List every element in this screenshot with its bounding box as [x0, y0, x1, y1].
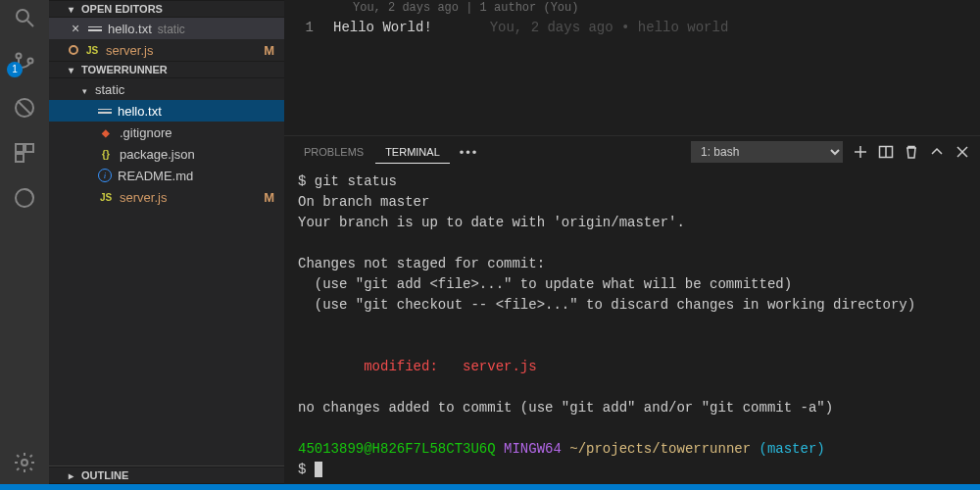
file-label: README.md [118, 169, 276, 183]
extensions-icon[interactable] [13, 141, 36, 165]
svg-point-2 [17, 54, 22, 59]
file-row[interactable]: hello.txt [49, 100, 284, 122]
file-label: .gitignore [120, 125, 276, 140]
file-row[interactable]: JS server.js M [49, 186, 284, 208]
editor[interactable]: You, 2 days ago | 1 author (You) 1 Hello… [284, 0, 980, 135]
terminal-cursor [315, 462, 322, 477]
section-outline[interactable]: OUTLINE [49, 466, 284, 484]
modified-dot-icon [69, 45, 78, 55]
folder-row[interactable]: static [49, 78, 284, 100]
js-file-icon: JS [84, 45, 100, 56]
info-file-icon: i [98, 169, 112, 182]
file-row[interactable]: i README.md [49, 165, 284, 186]
section-project[interactable]: TOWERRUNNER [49, 61, 284, 78]
panel-overflow-icon[interactable]: ••• [452, 141, 487, 164]
terminal-select[interactable]: 1: bash [691, 141, 843, 163]
source-control-icon[interactable]: 1 [13, 51, 36, 74]
editor-line[interactable]: 1 Hello World! You, 2 days ago • hello w… [284, 18, 980, 37]
gitlens-icon[interactable] [13, 186, 36, 210]
kill-terminal-icon[interactable] [904, 144, 919, 160]
debug-icon[interactable] [13, 96, 36, 120]
panel: PROBLEMS TERMINAL ••• 1: bash $ git stat… [284, 135, 980, 484]
js-file-icon: JS [98, 192, 114, 203]
file-label: package.json [120, 147, 276, 162]
chevron-down-icon [82, 82, 89, 97]
terminal-output[interactable]: $ git status On branch master Your branc… [284, 168, 980, 484]
file-label: hello.txtstatic [108, 22, 276, 36]
file-label: server.js [120, 190, 276, 205]
file-row[interactable]: ◆ .gitignore [49, 122, 284, 143]
close-icon[interactable]: × [69, 21, 82, 36]
status-bar[interactable] [0, 484, 980, 490]
text-file-icon [88, 24, 102, 33]
split-terminal-icon[interactable] [878, 144, 894, 160]
svg-point-0 [17, 10, 28, 22]
json-file-icon: {} [98, 149, 114, 160]
svg-line-6 [18, 101, 31, 115]
folder-label: static [95, 82, 276, 97]
file-row[interactable]: {} package.json [49, 143, 284, 165]
open-editor-row[interactable]: × hello.txtstatic [49, 18, 284, 39]
tab-terminal[interactable]: TERMINAL [375, 141, 450, 164]
code-text: Hello World! [333, 18, 432, 37]
text-file-icon [98, 107, 112, 116]
maximize-panel-icon[interactable] [929, 144, 945, 160]
svg-rect-9 [16, 154, 24, 162]
settings-gear-icon[interactable] [13, 451, 36, 474]
line-number: 1 [284, 18, 333, 37]
main-area: You, 2 days ago | 1 author (You) 1 Hello… [284, 0, 980, 484]
svg-rect-7 [16, 144, 24, 152]
file-label: hello.txt [118, 104, 276, 119]
svg-point-4 [28, 59, 33, 64]
git-modified-badge: M [264, 190, 274, 205]
git-file-icon: ◆ [98, 127, 114, 138]
sidebar: OPEN EDITORS × hello.txtstatic JS server… [49, 0, 284, 484]
search-icon[interactable] [13, 6, 36, 29]
activity-bar: 1 [0, 0, 49, 484]
inline-blame: You, 2 days ago • hello world [432, 18, 728, 37]
panel-tabs: PROBLEMS TERMINAL ••• 1: bash [284, 136, 980, 168]
svg-point-11 [22, 460, 27, 466]
blame-annotation: You, 2 days ago | 1 author (You) [284, 0, 980, 18]
section-open-editors[interactable]: OPEN EDITORS [49, 0, 284, 18]
tab-problems[interactable]: PROBLEMS [294, 141, 373, 163]
scm-badge: 1 [7, 62, 23, 77]
new-terminal-icon[interactable] [853, 144, 868, 160]
svg-line-1 [27, 21, 33, 26]
open-editor-row[interactable]: JS server.js M [49, 39, 284, 61]
svg-rect-8 [25, 144, 33, 152]
file-label: server.js [106, 43, 276, 58]
close-panel-icon[interactable] [955, 144, 970, 160]
git-modified-badge: M [264, 43, 274, 58]
